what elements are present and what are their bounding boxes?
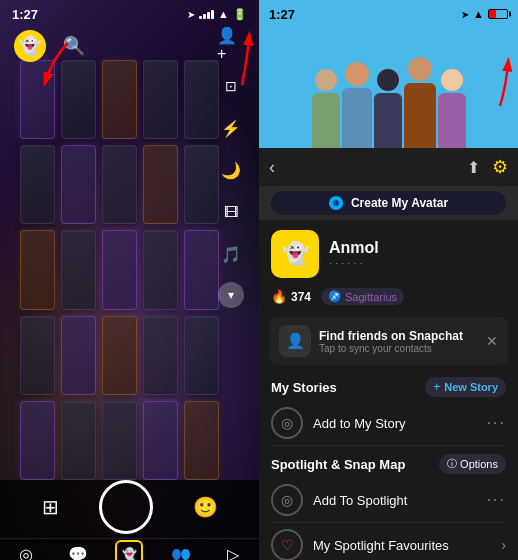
new-story-label: New Story xyxy=(444,381,498,393)
add-to-my-story-item[interactable]: ◎ Add to My Story ··· xyxy=(259,401,518,445)
avatar-2 xyxy=(342,28,372,148)
find-friends-title: Find friends on Snapchat xyxy=(319,329,478,343)
right-time: 1:27 xyxy=(269,7,295,22)
back-button[interactable]: ‹ xyxy=(269,157,275,178)
profile-name-section: Anmol · · · · · · xyxy=(329,239,506,269)
keyboard-art xyxy=(20,60,219,480)
left-bottom-bar: ⊞ 🙂 ◎ 💬 👻 👥 ▷ xyxy=(0,480,259,560)
options-circle-icon: ⓘ xyxy=(447,457,457,471)
battery-red-icon xyxy=(488,9,508,19)
location-arrow-icon: ➤ xyxy=(187,9,195,20)
add-story-label: Add to My Story xyxy=(313,416,477,431)
profile-stats: 🔥 374 ♐ Sagittarius xyxy=(259,284,518,313)
zodiac-badge: ♐ Sagittarius xyxy=(321,288,404,305)
story-more-icon[interactable]: ··· xyxy=(487,414,506,432)
capture-button[interactable] xyxy=(99,480,153,534)
left-panel: 1:27 ➤ ▲ 🔋 👻 🔍 👤+ ⊡ ⚡ 🌙 xyxy=(0,0,259,560)
signal-bars xyxy=(199,10,214,19)
new-story-button[interactable]: + New Story xyxy=(425,377,506,397)
add-to-spotlight-item[interactable]: ◎ Add To Spotlight ··· xyxy=(259,478,518,522)
battery-icon: 🔋 xyxy=(233,8,247,21)
favourites-label: My Spotlight Favourites xyxy=(313,538,491,553)
right-status-icons: ➤ ▲ xyxy=(461,8,508,20)
find-friends-banner[interactable]: 👤 Find friends on Snapchat Tap to sync y… xyxy=(269,317,508,365)
share-button[interactable]: ⬆ xyxy=(467,158,480,177)
music-icon[interactable]: 🎵 xyxy=(217,240,245,268)
settings-button[interactable]: ⚙ xyxy=(492,156,508,178)
my-stories-header: My Stories + New Story xyxy=(259,369,518,401)
capture-row: ⊞ 🙂 xyxy=(0,480,259,538)
avatar-camera-icon xyxy=(329,196,343,210)
streak-stat: 🔥 374 xyxy=(271,289,311,304)
find-friends-text: Find friends on Snapchat Tap to sync you… xyxy=(319,329,478,354)
avatar-4 xyxy=(404,28,436,148)
create-avatar-label: Create My Avatar xyxy=(351,196,448,210)
spotlight-more-icon[interactable]: ··· xyxy=(487,491,506,509)
spotlight-nav-icon[interactable]: ▷ xyxy=(218,539,248,560)
spotlight-camera-icon: ◎ xyxy=(271,484,303,516)
options-label: Options xyxy=(460,458,498,470)
expand-icon[interactable]: ▾ xyxy=(218,282,244,308)
avatar-3 xyxy=(374,28,402,148)
gallery-icon[interactable]: ⊞ xyxy=(42,495,59,519)
right-status-bar: 1:27 ➤ ▲ xyxy=(259,0,518,28)
zodiac-label: Sagittarius xyxy=(345,291,397,303)
red-arrow-settings xyxy=(227,30,257,90)
snapcode-ghost-icon: 👻 xyxy=(282,241,309,267)
create-avatar-button[interactable]: Create My Avatar xyxy=(271,191,506,215)
profile-info: 👻 Anmol · · · · · · xyxy=(259,220,518,284)
story-camera-icon: ◎ xyxy=(271,407,303,439)
profile-username: Anmol xyxy=(329,239,506,257)
chevron-right-icon: › xyxy=(501,537,506,553)
zodiac-icon: ♐ xyxy=(328,290,342,303)
red-arrow-gear xyxy=(486,56,514,111)
left-time: 1:27 xyxy=(12,7,38,22)
right-location-icon: ➤ xyxy=(461,9,469,20)
map-nav-icon[interactable]: ◎ xyxy=(11,539,41,560)
create-avatar-bar: Create My Avatar xyxy=(259,186,518,220)
fire-icon: 🔥 xyxy=(271,289,287,304)
avatars-display xyxy=(259,28,518,148)
spotlight-favourites-item[interactable]: ♡ My Spotlight Favourites › xyxy=(259,523,518,560)
flash-icon[interactable]: ⚡ xyxy=(217,114,245,142)
night-mode-icon[interactable]: 🌙 xyxy=(217,156,245,184)
chat-nav-icon[interactable]: 💬 xyxy=(63,539,93,560)
right-panel: 1:27 ➤ ▲ xyxy=(259,0,518,560)
heart-icon: ♡ xyxy=(271,529,303,560)
spotlight-header: Spotlight & Snap Map ⓘ Options xyxy=(259,446,518,478)
left-status-icons: ➤ ▲ 🔋 xyxy=(187,8,247,21)
find-friends-close[interactable]: ✕ xyxy=(486,333,498,349)
snap-nav-icon[interactable]: 👻 xyxy=(115,540,143,560)
plus-icon: + xyxy=(433,380,440,394)
profile-handle: · · · · · · xyxy=(329,257,506,269)
right-wifi-icon: ▲ xyxy=(473,8,484,20)
left-status-bar: 1:27 ➤ ▲ 🔋 xyxy=(0,0,259,28)
wifi-icon: ▲ xyxy=(218,8,229,20)
contacts-icon: 👤 xyxy=(279,325,311,357)
my-stories-title: My Stories xyxy=(271,380,425,395)
avatar-header xyxy=(259,28,518,148)
snapcode: 👻 xyxy=(271,230,319,278)
avatar-1 xyxy=(312,28,340,148)
emoji-icon[interactable]: 🙂 xyxy=(193,495,218,519)
bottom-nav: ◎ 💬 👻 👥 ▷ xyxy=(0,538,259,560)
friends-nav-icon[interactable]: 👥 xyxy=(166,539,196,560)
streak-count: 374 xyxy=(291,290,311,304)
find-friends-subtitle: Tap to sync your contacts xyxy=(319,343,478,354)
red-arrow-search xyxy=(38,38,78,88)
profile-top-bar: ‹ ⬆ ⚙ xyxy=(259,148,518,186)
film-icon[interactable]: 🎞 xyxy=(217,198,245,226)
avatar-5 xyxy=(438,28,466,148)
add-spotlight-label: Add To Spotlight xyxy=(313,493,477,508)
options-button[interactable]: ⓘ Options xyxy=(439,454,506,474)
spotlight-title: Spotlight & Snap Map xyxy=(271,457,439,472)
